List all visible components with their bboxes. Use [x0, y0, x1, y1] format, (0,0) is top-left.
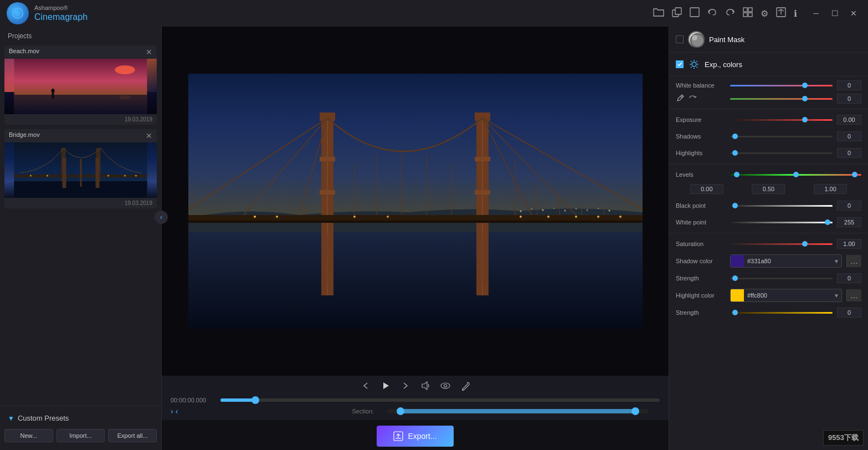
undo-icon[interactable] [707, 7, 717, 19]
restore-button[interactable]: ☐ [827, 6, 843, 21]
custom-presets-buttons: New... Import... Export all... [0, 426, 161, 446]
section-collapse-button[interactable]: ‹ [176, 407, 178, 416]
svg-line-94 [691, 67, 692, 68]
next-frame-button[interactable] [400, 380, 411, 393]
export-button[interactable]: Export... [377, 426, 453, 447]
saturation-value[interactable] [837, 239, 861, 249]
shadows-slider-container[interactable] [730, 131, 833, 142]
black-point-label: Black point [676, 202, 726, 209]
export-titlebar-icon[interactable] [776, 7, 786, 19]
section-expand-button[interactable]: › [171, 407, 173, 416]
levels-thumb2[interactable] [793, 172, 799, 177]
wrench-button[interactable] [460, 380, 471, 393]
white-point-thumb[interactable] [825, 219, 830, 225]
shadow-color-more-button[interactable]: … [846, 255, 861, 267]
shadow-strength-slider-container[interactable] [730, 273, 833, 284]
shadow-color-dropdown[interactable]: ▼ [831, 258, 841, 264]
svg-point-22 [47, 175, 48, 177]
eyedropper-icon[interactable] [676, 94, 685, 104]
shadows-thumb[interactable] [732, 134, 738, 139]
saturation-slider-container[interactable] [730, 238, 833, 249]
levels-thumb3[interactable] [852, 172, 857, 177]
white-balance-value1[interactable] [837, 80, 861, 90]
section-right-thumb[interactable] [631, 407, 639, 415]
highlight-color-more-button[interactable]: … [846, 289, 861, 301]
folder-icon[interactable] [653, 7, 664, 19]
highlights-value[interactable] [837, 148, 861, 158]
highlight-strength-value[interactable] [837, 308, 861, 318]
levels-slider-container[interactable] [730, 169, 861, 180]
sidebar: Projects Beach.mov ✕ [0, 27, 162, 450]
shadow-strength-thumb[interactable] [732, 275, 738, 281]
black-point-slider-container[interactable] [730, 200, 833, 211]
import-preset-button[interactable]: Import... [57, 429, 105, 442]
project-item-bridge[interactable]: Bridge.mov ✕ [4, 129, 157, 208]
play-button[interactable] [380, 380, 391, 393]
highlight-strength-slider-container[interactable] [730, 307, 833, 318]
highlight-color-dropdown[interactable]: ▼ [831, 293, 841, 299]
project-close-beach[interactable]: ✕ [146, 48, 152, 57]
black-point-value[interactable] [837, 201, 861, 211]
sidebar-collapse-arrow[interactable]: ‹ [155, 211, 168, 224]
white-balance-thumb1[interactable] [802, 83, 808, 88]
levels-thumb1[interactable] [734, 172, 739, 177]
white-point-value[interactable] [837, 217, 861, 227]
svg-rect-2 [675, 8, 681, 14]
white-balance-slider2-container[interactable] [730, 93, 833, 104]
svg-marker-79 [422, 382, 427, 390]
highlight-color-picker[interactable]: #ffc800 ▼ [730, 289, 842, 302]
reset-icon[interactable] [688, 94, 697, 104]
new-preset-button[interactable]: New... [4, 429, 53, 442]
white-balance-slider1-container[interactable] [730, 80, 833, 91]
info-icon[interactable]: ℹ [794, 8, 797, 19]
white-balance-thumb2[interactable] [802, 96, 808, 101]
shadow-color-picker[interactable]: #331a80 ▼ [730, 254, 842, 268]
mask-icon[interactable] [743, 7, 753, 19]
section-fill [400, 409, 636, 413]
video-frame [188, 74, 643, 329]
exposure-thumb[interactable] [802, 117, 808, 122]
new-icon[interactable] [690, 7, 700, 19]
export-button-label: Export... [408, 432, 436, 441]
project-close-bridge[interactable]: ✕ [146, 131, 152, 140]
shadow-strength-value[interactable] [837, 273, 861, 283]
svg-rect-35 [320, 190, 335, 195]
highlight-color-swatch [731, 289, 744, 301]
exposure-row: Exposure [669, 111, 868, 128]
right-panel: Paint Mask Exp., colors [669, 27, 868, 450]
project-item-beach[interactable]: Beach.mov ✕ [4, 45, 157, 125]
saturation-thumb[interactable] [802, 241, 808, 247]
section-left-thumb[interactable] [397, 407, 404, 415]
custom-presets-header[interactable]: ▼ Custom Presets [0, 411, 161, 426]
eye-button[interactable] [440, 380, 451, 393]
volume-button[interactable] [420, 380, 431, 393]
shadows-value[interactable] [837, 131, 861, 141]
exp-colors-checkbox[interactable] [676, 60, 684, 68]
white-balance-value2[interactable] [837, 94, 861, 104]
redo-icon[interactable] [725, 7, 735, 19]
svg-rect-37 [475, 190, 490, 195]
timeline-thumb[interactable] [251, 396, 259, 404]
highlight-strength-thumb[interactable] [732, 310, 738, 315]
paint-mask-checkbox[interactable] [676, 35, 684, 43]
section-track[interactable] [387, 409, 649, 413]
white-point-slider-container[interactable] [730, 217, 833, 228]
copy-icon[interactable] [672, 7, 682, 19]
highlights-slider-container[interactable] [730, 147, 833, 158]
highlights-thumb[interactable] [732, 150, 738, 156]
levels-value3[interactable] [814, 184, 847, 194]
prev-frame-button[interactable] [360, 380, 371, 393]
svg-rect-5 [748, 8, 752, 12]
white-point-row: White point [669, 214, 868, 231]
timeline-track[interactable] [220, 398, 660, 402]
export-all-preset-button[interactable]: Export all... [108, 429, 157, 442]
black-point-thumb[interactable] [732, 203, 738, 208]
levels-value2[interactable] [752, 184, 785, 194]
minimize-button[interactable]: ─ [808, 6, 824, 21]
saturation-row: Saturation [669, 236, 868, 252]
settings-icon[interactable]: ⚙ [761, 8, 768, 19]
levels-value1[interactable] [690, 184, 723, 194]
exposure-value[interactable] [837, 115, 861, 125]
close-button[interactable]: ✕ [846, 6, 861, 21]
exposure-slider-container[interactable] [730, 114, 833, 125]
